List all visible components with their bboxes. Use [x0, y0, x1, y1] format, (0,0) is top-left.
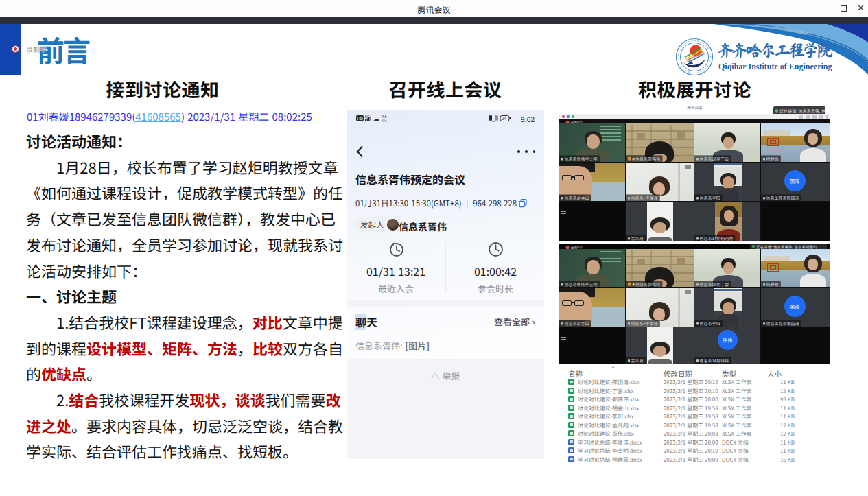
svg-text:24: 24 — [502, 116, 507, 121]
svg-text:K/s: K/s — [382, 119, 387, 123]
svg-text:HD: HD — [357, 117, 364, 121]
